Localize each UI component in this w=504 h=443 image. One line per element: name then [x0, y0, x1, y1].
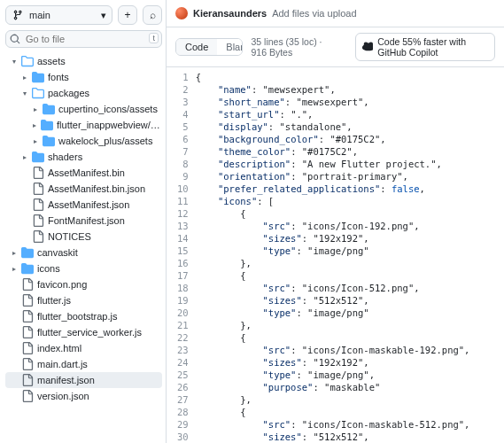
plus-icon: +: [124, 9, 130, 21]
file-icon: [21, 358, 34, 370]
tree-item-label: canvaskit: [37, 247, 78, 258]
tree-folder[interactable]: ▾packages: [5, 85, 162, 101]
line-number: 25: [177, 369, 189, 381]
code-line: {: [196, 406, 470, 418]
tree-folder[interactable]: ▸flutter_inappwebview/assets/t…: [5, 117, 162, 133]
line-number: 3: [177, 96, 189, 108]
copilot-icon: [362, 41, 373, 53]
line-number: 14: [177, 232, 189, 245]
commit-author[interactable]: Kieransaunders: [193, 8, 267, 19]
line-number: 26: [177, 381, 189, 393]
code-line: "short_name": "mewsexpert",: [196, 96, 470, 108]
line-number: 16: [177, 257, 189, 269]
tree-item-label: icons: [37, 263, 60, 274]
tree-file[interactable]: NOTICES: [5, 229, 162, 245]
code-line: "sizes": "512x512",: [196, 431, 470, 443]
code-line: "background_color": "#0175C2",: [196, 133, 470, 145]
tree-folder[interactable]: ▸fonts: [5, 69, 162, 85]
tree-folder[interactable]: ▸icons: [5, 260, 162, 276]
code-line: {: [196, 269, 470, 282]
tree-item-label: shaders: [48, 152, 82, 162]
folder-icon: [21, 246, 34, 259]
code-line: },: [196, 319, 470, 331]
code-line: },: [196, 393, 470, 406]
code-line: "purpose": "maskable": [196, 381, 470, 393]
file-icon: [21, 326, 34, 338]
branch-selector[interactable]: main ▾: [5, 5, 112, 25]
folder-icon: [21, 55, 34, 67]
line-number: 23: [177, 344, 189, 356]
tree-item-label: AssetManifest.json: [48, 199, 129, 210]
file-icon: [21, 390, 34, 402]
line-number: 22: [177, 331, 189, 344]
chevron-icon: ▸: [21, 153, 28, 161]
tree-folder[interactable]: ▾assets: [5, 53, 162, 69]
line-number: 28: [177, 406, 189, 418]
file-tree: ▾assets▸fonts▾packages▸cupertino_icons/a…: [5, 53, 162, 404]
code-line: "src": "icons/Icon-192.png",: [196, 220, 470, 232]
tree-item-label: AssetManifest.bin: [48, 167, 125, 178]
tree-file[interactable]: AssetManifest.bin.json: [5, 181, 162, 197]
tree-file[interactable]: AssetManifest.bin: [5, 165, 162, 181]
tree-item-label: fonts: [48, 72, 69, 82]
commit-message[interactable]: Add files via upload: [272, 8, 356, 19]
file-meta: 35 lines (35 loc) · 916 Bytes: [252, 36, 338, 58]
folder-icon: [43, 103, 55, 115]
chevron-icon: ▸: [21, 74, 28, 82]
line-number: 5: [177, 120, 189, 133]
chevron-icon: ▾: [11, 58, 18, 66]
file-icon: [32, 198, 44, 211]
copilot-button[interactable]: Code 55% faster with GitHub Copilot: [355, 33, 495, 61]
file-search-input[interactable]: [5, 30, 162, 48]
tree-folder[interactable]: ▸canvaskit: [5, 245, 162, 260]
tree-folder[interactable]: ▸cupertino_icons/assets: [5, 101, 162, 117]
code-line: "icons": [: [196, 195, 470, 207]
file-tree-sidebar: main ▾ + ⌕ t ▾assets▸fonts▾packages▸cupe…: [0, 0, 167, 443]
kbd-hint: t: [149, 33, 159, 43]
line-number: 18: [177, 282, 189, 294]
tree-file[interactable]: AssetManifest.json: [5, 197, 162, 213]
tree-item-label: version.json: [37, 391, 89, 401]
tree-item-label: assets: [37, 56, 66, 66]
tree-file[interactable]: flutter_bootstrap.js: [5, 308, 162, 324]
tree-item-label: wakelock_plus/assets: [58, 136, 152, 146]
tree-file[interactable]: flutter_service_worker.js: [5, 324, 162, 340]
tree-file[interactable]: manifest.json: [5, 372, 162, 388]
code-line: "src": "icons/Icon-maskable-512.png",: [196, 418, 470, 431]
folder-icon: [41, 119, 53, 131]
chevron-icon: ▾: [21, 89, 28, 97]
tree-folder[interactable]: ▸wakelock_plus/assets: [5, 133, 162, 149]
line-gutter: 1234567891011121314151617181920212223242…: [167, 67, 196, 443]
code-line: "src": "icons/Icon-maskable-192.png",: [196, 344, 470, 356]
tree-folder[interactable]: ▸shaders: [5, 149, 162, 165]
file-icon: [21, 294, 34, 307]
code-line: "type": "image/png",: [196, 369, 470, 381]
tree-file[interactable]: version.json: [5, 388, 162, 404]
code-line: "sizes": "512x512",: [196, 294, 470, 307]
tab-blame[interactable]: Blame: [217, 39, 242, 55]
file-icon: [21, 342, 34, 354]
code-line: "sizes": "192x192",: [196, 232, 470, 245]
tree-file[interactable]: main.dart.js: [5, 356, 162, 372]
line-number: 1: [177, 71, 189, 83]
code-line: "display": "standalone",: [196, 120, 470, 133]
file-icon: [32, 167, 44, 179]
tree-file[interactable]: index.html: [5, 340, 162, 356]
folder-icon: [32, 87, 44, 99]
code-area[interactable]: 1234567891011121314151617181920212223242…: [167, 67, 504, 443]
line-number: 2: [177, 83, 189, 96]
add-file-button[interactable]: +: [118, 5, 137, 25]
tree-item-label: cupertino_icons/assets: [58, 104, 158, 114]
tree-item-label: flutter_bootstrap.js: [37, 311, 118, 322]
folder-icon: [32, 151, 44, 163]
copilot-label: Code 55% faster with GitHub Copilot: [377, 36, 488, 58]
tab-code[interactable]: Code: [176, 39, 217, 55]
tree-item-label: flutter_service_worker.js: [37, 327, 142, 338]
search-repo-button[interactable]: ⌕: [143, 5, 162, 25]
line-number: 11: [177, 195, 189, 207]
source-code: { "name": "mewsexpert", "short_name": "m…: [196, 67, 477, 443]
tree-file[interactable]: FontManifest.json: [5, 213, 162, 229]
tree-file[interactable]: flutter.js: [5, 292, 162, 308]
tree-file[interactable]: favicon.png: [5, 276, 162, 292]
avatar: [175, 7, 188, 19]
